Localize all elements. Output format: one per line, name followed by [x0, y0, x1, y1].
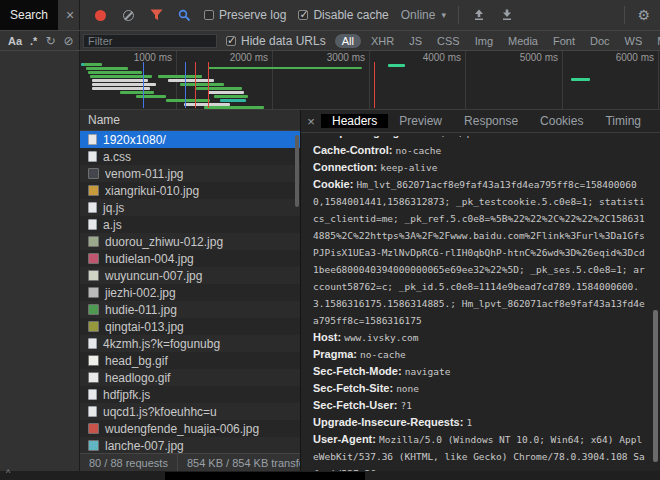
filter-type-img[interactable]: Img: [470, 34, 498, 48]
header-value: keep-alive: [380, 162, 437, 173]
filter-type-all[interactable]: All: [335, 34, 361, 48]
load-event-line: [374, 62, 375, 108]
preserve-log-box[interactable]: [204, 10, 214, 20]
timeline-gridline: [369, 51, 370, 109]
request-row[interactable]: 4kzmh.js?k=fogunubg: [80, 335, 300, 352]
disable-cache-checkbox[interactable]: Disable cache: [298, 8, 388, 22]
header-name: Sec-Fetch-User:: [313, 399, 400, 411]
record-icon[interactable]: [92, 7, 108, 23]
filter-type-doc[interactable]: Doc: [585, 34, 615, 48]
request-name: hdfjpfk.js: [103, 388, 150, 402]
request-row[interactable]: xiangrikui-010.jpg: [80, 182, 300, 199]
request-name: venom-011.jpg: [105, 167, 184, 181]
waterfall-overview[interactable]: 1000 ms2000 ms3000 ms4000 ms5000 ms6000 …: [80, 51, 660, 110]
regex-button[interactable]: .*: [30, 35, 37, 47]
disable-cache-box[interactable]: [298, 10, 308, 20]
document-icon: [88, 389, 97, 400]
request-row[interactable]: qingtai-013.jpg: [80, 318, 300, 335]
waterfall-bar: [120, 91, 154, 94]
waterfall-bar: [180, 83, 224, 86]
header-entry: Host: www.ivsky.com: [313, 329, 645, 346]
request-name: a.js: [103, 218, 122, 232]
filter-type-manifest[interactable]: Manifest: [652, 34, 660, 48]
waterfall-bar: [92, 87, 150, 90]
waterfall-bar: [388, 64, 405, 67]
details-tab-bar: × HeadersPreviewResponseCookiesTiming: [301, 110, 660, 133]
request-row[interactable]: hudielan-004.jpg: [80, 250, 300, 267]
image-thumbnail-icon: [88, 372, 99, 383]
import-har-icon[interactable]: [471, 7, 487, 23]
request-row[interactable]: hudie-011.jpg: [80, 301, 300, 318]
header-name: Sec-Fetch-Site:: [313, 382, 396, 394]
tab-preview[interactable]: Preview: [388, 114, 453, 128]
filter-type-xhr[interactable]: XHR: [366, 34, 399, 48]
request-name: jiezhi-002.jpg: [105, 286, 176, 300]
gear-icon[interactable]: ⚙: [637, 7, 650, 23]
close-search-icon[interactable]: ×: [58, 0, 82, 30]
preserve-log-label: Preserve log: [219, 8, 286, 22]
preserve-log-checkbox[interactable]: Preserve log: [204, 8, 286, 22]
request-name: 4kzmh.js?k=fogunubg: [103, 337, 220, 351]
filter-type-ws[interactable]: WS: [620, 34, 648, 48]
request-row[interactable]: duorou_zhiwu-012.jpg: [80, 233, 300, 250]
waterfall-bar: [196, 87, 242, 90]
name-column-header[interactable]: Name: [80, 110, 300, 131]
close-details-icon[interactable]: ×: [301, 110, 321, 132]
network-controls: Preserve log Disable cache Online ▾ ⚙: [80, 0, 660, 30]
header-entry: Connection: keep-alive: [313, 159, 645, 176]
chevron-up-icon: ^: [6, 468, 10, 478]
filter-type-font[interactable]: Font: [548, 34, 580, 48]
disable-cache-label: Disable cache: [313, 8, 388, 22]
request-row[interactable]: a.js: [80, 216, 300, 233]
request-row[interactable]: uqcd1.js?kfoeuhhc=u: [80, 403, 300, 420]
request-row[interactable]: wudengfende_huajia-006.jpg: [80, 420, 300, 437]
image-thumbnail-icon: [88, 440, 99, 451]
details-scrollbar[interactable]: [653, 310, 658, 462]
filter-funnel-icon[interactable]: [148, 7, 164, 23]
header-entry: Sec-Fetch-Site: none: [313, 380, 645, 397]
tab-search[interactable]: Search: [0, 0, 58, 30]
clear-search-icon[interactable]: ⊘: [63, 34, 73, 48]
filter-type-media[interactable]: Media: [503, 34, 543, 48]
document-icon: [88, 219, 97, 230]
filter-input[interactable]: [83, 34, 217, 48]
request-row[interactable]: wuyuncun-007.jpg: [80, 267, 300, 284]
hide-data-urls-checkbox[interactable]: Hide data URLs: [226, 34, 326, 48]
devtools-window: Search × Preserve log Disable cache Onli…: [0, 0, 660, 480]
search-icon[interactable]: [176, 7, 192, 23]
header-entry: Accept-Language: zh-CN,zh;q=0.9: [313, 136, 645, 141]
request-row[interactable]: jq.js: [80, 199, 300, 216]
export-har-icon[interactable]: [499, 7, 515, 23]
tab-cookies[interactable]: Cookies: [529, 114, 594, 128]
filter-type-css[interactable]: CSS: [432, 34, 465, 48]
document-icon: [88, 202, 97, 213]
filter-type-js[interactable]: JS: [404, 34, 427, 48]
request-row[interactable]: lanche-007.jpg: [80, 437, 300, 453]
request-row[interactable]: a.css: [80, 148, 300, 165]
refresh-icon[interactable]: ↻: [45, 34, 55, 48]
request-name: xiangrikui-010.jpg: [105, 184, 199, 198]
search-panel-header: Search ×: [0, 0, 80, 30]
request-list-scrollbar[interactable]: [295, 135, 299, 207]
request-row[interactable]: head_bg.gif: [80, 352, 300, 369]
hide-data-urls-box[interactable]: [226, 36, 236, 46]
request-row[interactable]: 1920x1080/: [80, 131, 300, 148]
throttling-select[interactable]: Online ▾: [401, 8, 446, 22]
timeline-gridline: [272, 51, 273, 109]
tab-headers[interactable]: Headers: [321, 114, 388, 128]
request-row[interactable]: jiezhi-002.jpg: [80, 284, 300, 301]
tab-timing[interactable]: Timing: [594, 114, 652, 128]
clear-network-log-icon[interactable]: [120, 7, 136, 23]
image-thumbnail-icon: [88, 423, 99, 434]
timeline-tick-label: 4000 ms: [403, 52, 461, 63]
request-row[interactable]: hdfjpfk.js: [80, 386, 300, 403]
request-row[interactable]: venom-011.jpg: [80, 165, 300, 182]
header-name: Cookie:: [313, 178, 356, 190]
waterfall-bar: [86, 67, 128, 70]
match-case-button[interactable]: Aa: [8, 35, 22, 47]
tab-response[interactable]: Response: [453, 114, 529, 128]
network-filter-bar: Hide data URLs AllXHRJSCSSImgMediaFontDo…: [80, 31, 660, 50]
request-row[interactable]: headlogo.gif: [80, 369, 300, 386]
waterfall-bar: [571, 78, 590, 81]
request-details-pane: × HeadersPreviewResponseCookiesTiming Ac…: [300, 110, 660, 471]
